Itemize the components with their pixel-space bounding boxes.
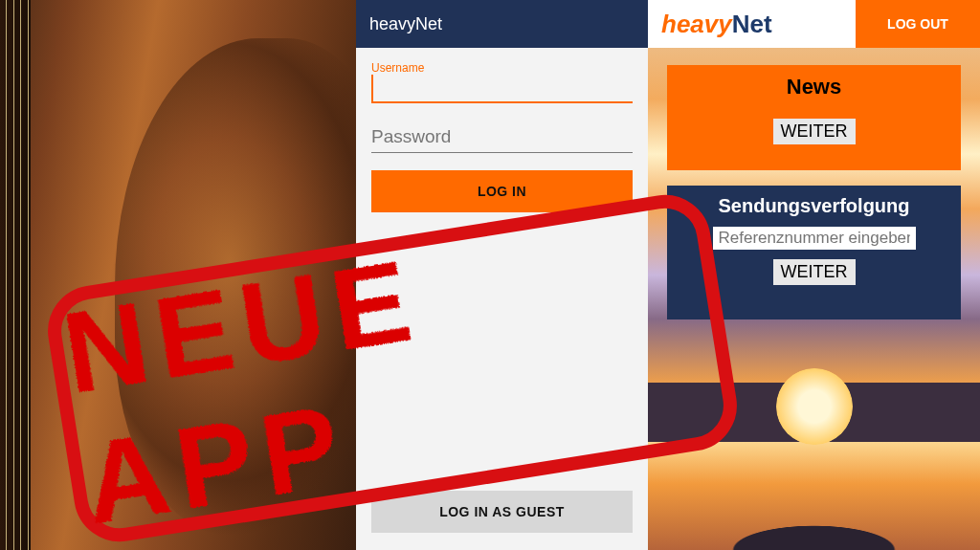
home-header: heavyNet LOG OUT xyxy=(648,0,980,48)
tracking-panel: Sendungsverfolgung WEITER xyxy=(667,186,961,319)
tracking-weiter-button[interactable]: WEITER xyxy=(773,259,856,285)
login-as-guest-button[interactable]: LOG IN AS GUEST xyxy=(371,491,633,533)
news-panel: News WEITER xyxy=(667,65,961,170)
password-input[interactable] xyxy=(371,121,633,153)
tracking-title: Sendungsverfolgung xyxy=(677,195,951,217)
username-input[interactable] xyxy=(371,75,633,103)
promo-background xyxy=(0,0,356,550)
brand-suffix: Net xyxy=(732,10,772,39)
news-title: News xyxy=(677,75,951,99)
username-label: Username xyxy=(371,61,633,75)
login-header: heavyNet xyxy=(356,0,648,48)
reference-number-input[interactable] xyxy=(713,227,916,250)
login-button[interactable]: LOG IN xyxy=(371,170,633,212)
brand-prefix: heavy xyxy=(661,10,732,39)
home-screen: heavyNet LOG OUT News WEITER Sendungsver… xyxy=(648,0,980,550)
login-screen: heavyNet Username LOG IN LOG IN AS GUEST xyxy=(356,0,648,550)
logout-button[interactable]: LOG OUT xyxy=(856,0,980,48)
news-weiter-button[interactable]: WEITER xyxy=(773,119,856,144)
login-title: heavyNet xyxy=(369,14,442,34)
sun-graphic xyxy=(776,368,853,445)
